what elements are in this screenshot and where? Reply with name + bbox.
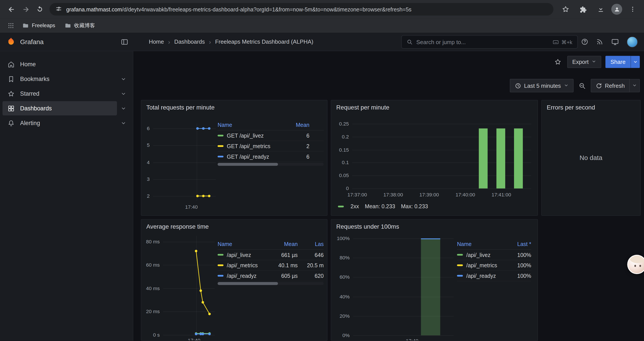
legend-row[interactable]: GET /api/_readyz 6 — [218, 152, 324, 162]
refresh-interval-caret[interactable] — [630, 79, 640, 92]
legend-row[interactable]: /api/_readyz 605 µs 620 — [218, 271, 324, 281]
legend-row[interactable]: /api/_readyz 100% — [457, 271, 531, 281]
grafana-header: Grafana Home › Dashboards › Freeleaps Me… — [0, 33, 644, 51]
chart-bar[interactable] — [479, 128, 488, 188]
sidebar-item-alerting[interactable]: Alerting — [2, 116, 130, 130]
search-shortcut: ⌘+k — [552, 39, 572, 45]
chart-grid — [353, 335, 454, 336]
bookmark-star-icon[interactable] — [558, 2, 573, 17]
monitor-icon[interactable] — [611, 38, 619, 46]
legend-header-last[interactable]: Last * — [508, 241, 531, 247]
share-button[interactable]: Share — [606, 56, 631, 68]
chevron-down-icon[interactable] — [117, 106, 130, 111]
chart-ytick: 2 — [142, 193, 150, 199]
brand-title: Grafana — [20, 38, 44, 46]
legend-row[interactable]: /api/_livez 100% — [457, 250, 531, 260]
chart-bar[interactable] — [421, 238, 440, 335]
site-settings-icon[interactable] — [55, 5, 62, 13]
forward-icon[interactable] — [18, 2, 33, 17]
chart-grid — [352, 124, 531, 124]
panel-title[interactable]: Requests under 100ms — [336, 223, 399, 230]
panel-title[interactable]: Request per minute — [336, 104, 389, 111]
series-color-dash — [218, 156, 224, 158]
panel-requests-under-100ms: Requests under 100ms 100%80%60%40%20%0%1… — [331, 219, 538, 341]
legend-header-name[interactable]: Name — [457, 241, 508, 247]
screen: grafana.mathmast.com/d/deytv4rwavabkb/fr… — [0, 0, 644, 341]
browser-profile-avatar[interactable] — [611, 4, 622, 15]
legend-row[interactable]: /api/_livez 661 µs 646 — [218, 250, 324, 260]
reload-icon[interactable] — [33, 2, 47, 17]
zoom-out-time-icon[interactable] — [577, 80, 587, 91]
legend-row[interactable]: GET /api/_metrics 2 — [218, 141, 324, 152]
header-icon-group — [581, 36, 644, 47]
legend-scrollbar[interactable] — [218, 163, 324, 166]
legend-row[interactable]: GET /api/_livez 6 — [218, 131, 324, 141]
search-input[interactable]: Search or jump to... ⌘+k — [401, 35, 578, 49]
legend-header-mean[interactable]: Mean — [292, 122, 309, 128]
legend-header-name[interactable]: Name — [218, 241, 273, 247]
chart-grid — [163, 335, 214, 335]
request-per-minute-chart[interactable]: 0.250.20.150.10.05017:37:0017:38:0017:39… — [331, 100, 538, 215]
legend-scrollbar[interactable] — [218, 282, 324, 285]
favorite-star-icon[interactable] — [552, 57, 563, 67]
legend-max: Max: 0.233 — [401, 203, 428, 210]
url-path: /d/deytv4rwavabkb/freeleaps-metrics-dash… — [122, 6, 412, 13]
chevron-down-icon[interactable] — [117, 120, 130, 126]
chart-ytick: 0.25 — [331, 121, 349, 127]
brand-area: Grafana — [0, 37, 133, 47]
back-icon[interactable] — [4, 2, 18, 17]
chart-bar[interactable] — [514, 128, 523, 188]
downloads-icon[interactable] — [594, 2, 608, 17]
sidebar-item-starred[interactable]: Starred — [2, 87, 130, 101]
panel-title[interactable]: Errors per second — [547, 104, 595, 111]
scrollbar-thumb[interactable] — [218, 163, 278, 166]
user-avatar[interactable] — [627, 36, 638, 47]
series-color-dash — [218, 275, 224, 277]
panel-title[interactable]: Total requests per minute — [146, 104, 214, 111]
assistant-avatar[interactable] — [627, 255, 644, 274]
url-bar[interactable]: grafana.mathmast.com/d/deytv4rwavabkb/fr… — [50, 3, 554, 15]
chevron-down-icon[interactable] — [117, 76, 130, 82]
export-button[interactable]: Export — [567, 56, 601, 68]
extensions-icon[interactable] — [576, 2, 590, 17]
bookmark-folder-freeleaps[interactable]: Freeleaps — [18, 21, 59, 31]
share-menu-caret[interactable] — [631, 56, 640, 68]
sidebar-item-label: Dashboards — [20, 105, 52, 112]
browser-menu-icon[interactable] — [626, 2, 640, 17]
legend-header-mean[interactable]: Mean — [273, 241, 298, 247]
line-series-svg — [153, 123, 216, 201]
chart-ytick: 80% — [331, 255, 350, 261]
legend-series[interactable]: 2xx — [338, 203, 359, 210]
breadcrumb-dashboards[interactable]: Dashboards — [174, 39, 205, 45]
sidebar-item-dashboards[interactable]: Dashboards — [2, 101, 130, 115]
chart-grid — [352, 188, 531, 189]
legend-header-last[interactable]: Las — [302, 241, 324, 247]
chart-xtick: 17:40 — [182, 337, 207, 341]
folder-icon — [22, 22, 29, 29]
grafana-logo-icon[interactable] — [6, 37, 16, 47]
sidebar-item-home[interactable]: Home — [2, 57, 130, 71]
line-series-svg — [163, 236, 214, 335]
refresh-button[interactable]: Refresh — [591, 79, 630, 92]
breadcrumb-home[interactable]: Home — [149, 39, 164, 45]
sidebar-toggle-icon[interactable] — [121, 38, 128, 46]
chart-bar[interactable] — [496, 128, 505, 188]
chart-xtick: 17:40:00 — [451, 192, 480, 198]
chevron-down-icon[interactable] — [117, 91, 130, 96]
chart-xtick: 17:39:00 — [415, 192, 444, 198]
bookmarks-bar: Freeleaps 收藏博客 — [0, 19, 644, 33]
chart-ytick: 5 — [142, 142, 150, 148]
legend-header-name[interactable]: Name — [218, 122, 292, 128]
legend-table: Name Last * /api/_livez 100% /api/_metri… — [457, 239, 531, 281]
bookmark-folder-blogs[interactable]: 收藏博客 — [61, 21, 99, 31]
time-range-picker[interactable]: Last 5 minutes — [510, 79, 574, 92]
panel-title[interactable]: Average response time — [146, 223, 209, 230]
apps-grid-icon[interactable] — [5, 20, 17, 32]
legend-row[interactable]: /api/_metrics 100% — [457, 260, 531, 271]
legend-row[interactable]: /api/_metrics 40.1 ms 20.5 m — [218, 260, 324, 271]
sidebar-item-bookmarks[interactable]: Bookmarks — [2, 72, 130, 86]
chart-ytick: 0.2 — [331, 134, 349, 140]
help-icon[interactable] — [581, 38, 588, 46]
scrollbar-thumb[interactable] — [218, 282, 278, 285]
news-rss-icon[interactable] — [596, 38, 604, 46]
